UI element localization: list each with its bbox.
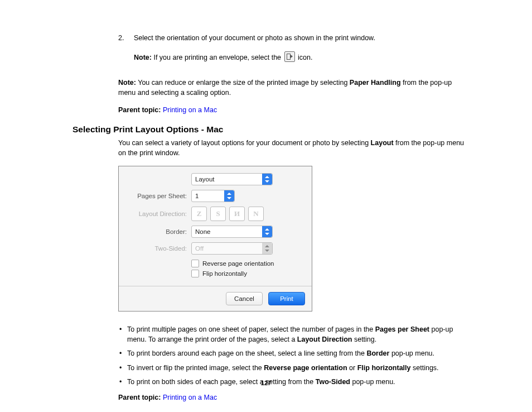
checkbox-icon[interactable] — [191, 260, 199, 267]
border-label: Border: — [125, 227, 191, 236]
bullet-item: To print multiple pages on one sheet of … — [118, 325, 471, 344]
print-button[interactable]: Print — [268, 292, 305, 305]
step-number: 2. — [118, 33, 134, 70]
layout-direction-option[interactable]: И — [229, 207, 245, 221]
bullet-item: To print borders around each page on the… — [118, 349, 471, 359]
flip-horizontally-row[interactable]: Flip horizontally — [125, 269, 305, 278]
chevron-updown-icon — [224, 190, 234, 202]
layout-dialog: Layout Pages per Sheet: 1 Layout Directi… — [118, 166, 312, 312]
border-select[interactable]: None — [191, 226, 273, 238]
parent-topic-link[interactable]: Printing on a Mac — [163, 394, 217, 401]
section-heading: Selecting Print Layout Options - Mac — [72, 123, 471, 136]
chevron-updown-icon — [262, 243, 272, 254]
note-label: Note: — [118, 79, 136, 87]
pages-per-sheet-select[interactable]: 1 — [191, 190, 235, 202]
cancel-button[interactable]: Cancel — [226, 292, 263, 305]
paper-handling-note: Note: You can reduce or enlarge the size… — [118, 78, 471, 98]
chevron-updown-icon — [262, 174, 272, 185]
two-sided-label: Two-Sided: — [125, 244, 191, 253]
layout-direction-option[interactable]: N — [248, 207, 264, 221]
landscape-envelope-icon — [284, 51, 295, 62]
layout-direction-group[interactable]: Z S И N — [191, 207, 264, 221]
step-2: 2. Select the orientation of your docume… — [118, 33, 471, 70]
step-note: Note: If you are printing an envelope, s… — [134, 51, 375, 63]
parent-topic-link[interactable]: Printing on a Mac — [163, 106, 217, 114]
parent-topic: Parent topic: Printing on a Mac — [118, 393, 471, 403]
two-sided-select[interactable]: Off — [191, 242, 273, 255]
section-select[interactable]: Layout — [191, 173, 273, 185]
pages-per-sheet-label: Pages per Sheet: — [125, 191, 191, 200]
chevron-updown-icon — [262, 226, 272, 237]
page-number: 127 — [0, 379, 532, 387]
section-intro: You can select a variety of layout optio… — [118, 138, 471, 158]
note-label: Note: — [134, 54, 152, 61]
reverse-orientation-row[interactable]: Reverse page orientation — [125, 259, 305, 268]
checkbox-icon[interactable] — [191, 270, 199, 277]
layout-direction-label: Layout Direction: — [125, 209, 191, 218]
bullet-item: To invert or flip the printed image, sel… — [118, 363, 471, 373]
divider — [119, 286, 312, 286]
parent-topic: Parent topic: Printing on a Mac — [118, 106, 471, 116]
layout-direction-option[interactable]: S — [210, 207, 226, 221]
layout-direction-option[interactable]: Z — [191, 207, 207, 221]
step-text: Select the orientation of your document … — [134, 33, 375, 44]
